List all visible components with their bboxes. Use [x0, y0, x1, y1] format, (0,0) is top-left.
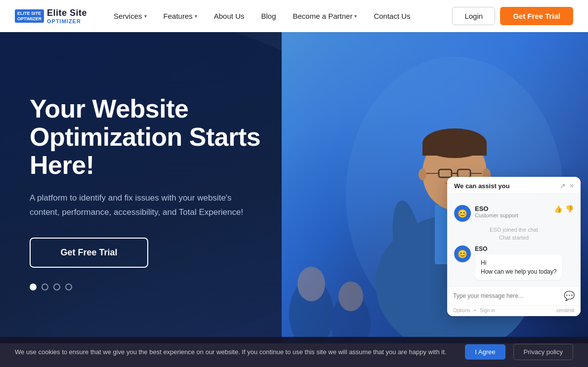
logo[interactable]: ELITE SITE OPTIMIZER Elite Site OPTIMIZE… — [15, 8, 87, 24]
chat-bubble: HiHow can we help you today? — [475, 254, 562, 280]
chat-header-text: We can assist you — [454, 182, 509, 190]
carousel-dot-1[interactable] — [30, 284, 37, 290]
zendesk-badge: zendesk — [556, 308, 575, 313]
chevron-down-icon: ▾ — [354, 13, 357, 19]
chevron-down-icon: ▾ — [144, 13, 147, 19]
hero-title: Your Website Optimization Starts Here! — [30, 95, 262, 180]
cookie-banner: We use cookies to ensure that we give yo… — [0, 337, 588, 367]
system-msg-started: Chat started — [454, 235, 574, 241]
chat-footer: Options • Sign in zendesk — [447, 305, 581, 316]
send-icon[interactable]: 💬 — [564, 290, 575, 301]
nav-item-blog[interactable]: Blog — [254, 8, 283, 24]
system-msg-joined: ESO joined the chat — [454, 227, 574, 233]
nav-item-features[interactable]: Features ▾ — [157, 8, 204, 24]
svg-point-19 — [297, 267, 325, 301]
chat-input-row[interactable]: 💬 — [447, 286, 581, 305]
chat-footer-options: Options • Sign in — [453, 308, 495, 313]
nav-item-contact[interactable]: Contact Us — [367, 8, 417, 24]
hero-section: Your Website Optimization Starts Here! A… — [0, 32, 588, 343]
carousel-dot-3[interactable] — [53, 284, 60, 290]
login-button[interactable]: Login — [452, 7, 495, 25]
svg-point-21 — [338, 282, 363, 311]
chat-body: 😊 ESO Customer support 👍 👎 ESO joined th… — [447, 194, 581, 286]
chat-input[interactable] — [453, 292, 564, 299]
nav-links: Services ▾ Features ▾ About Us Blog Beco… — [107, 8, 452, 24]
chat-header: We can assist you ↗ × — [447, 177, 581, 194]
message-sender-name: ESO — [475, 245, 562, 252]
nav-item-partner[interactable]: Become a Partner ▾ — [286, 8, 364, 24]
chat-widget: We can assist you ↗ × 😊 ESO Customer sup… — [447, 177, 581, 316]
nav-actions: Login Get Free Trial — [452, 7, 573, 25]
chat-header-icons: ↗ × — [560, 182, 574, 190]
chat-message-content: ESO HiHow can we help you today? — [475, 245, 562, 280]
svg-rect-7 — [422, 143, 487, 156]
agent-info: ESO Customer support — [475, 205, 518, 218]
cookie-agree-button[interactable]: I Agree — [465, 344, 505, 360]
options-link[interactable]: Options — [453, 308, 470, 313]
agent-name: ESO — [475, 205, 518, 212]
chat-system-messages: ESO joined the chat Chat started — [454, 227, 574, 241]
chat-message-row: 😊 ESO HiHow can we help you today? — [454, 245, 574, 280]
chat-agent-row: 😊 ESO Customer support 👍 👎 — [454, 205, 574, 222]
logo-text-group: Elite Site OPTIMIZER — [47, 8, 87, 24]
navbar: ELITE SITE OPTIMIZER Elite Site OPTIMIZE… — [0, 0, 588, 32]
footer-divider: • — [474, 308, 476, 313]
cookie-privacy-button[interactable]: Privacy policy — [513, 344, 573, 360]
nav-item-services[interactable]: Services ▾ — [107, 8, 154, 24]
thumbs-up-icon[interactable]: 👍 — [554, 205, 562, 213]
chevron-down-icon: ▾ — [195, 13, 197, 19]
cookie-text: We use cookies to ensure that we give yo… — [15, 347, 457, 357]
background-people-svg — [282, 195, 380, 343]
thumbs-down-icon[interactable]: 👎 — [565, 205, 574, 213]
carousel-dot-2[interactable] — [42, 284, 48, 290]
agent-role: Customer support — [475, 212, 518, 218]
hero-description: A platform to identify and fix issues wi… — [30, 191, 252, 220]
hero-trial-button[interactable]: Get Free Trial — [30, 238, 148, 268]
close-icon[interactable]: × — [570, 182, 574, 190]
carousel-dot-4[interactable] — [65, 284, 72, 290]
agent-avatar: 😊 — [454, 205, 471, 222]
nav-item-about[interactable]: About Us — [207, 8, 252, 24]
message-avatar: 😊 — [454, 245, 471, 262]
logo-main-text: Elite Site — [47, 8, 87, 18]
carousel-dots — [30, 284, 262, 290]
nav-trial-button[interactable]: Get Free Trial — [500, 7, 573, 25]
svg-point-13 — [419, 168, 426, 180]
hero-left: Your Website Optimization Starts Here! A… — [0, 32, 287, 343]
logo-sub-text: OPTIMIZER — [47, 18, 87, 24]
expand-icon[interactable]: ↗ — [560, 182, 566, 190]
chat-reactions: 👍 👎 — [554, 205, 574, 213]
logo-badge: ELITE SITE OPTIMIZER — [15, 9, 44, 23]
signin-link[interactable]: Sign in — [480, 308, 495, 313]
